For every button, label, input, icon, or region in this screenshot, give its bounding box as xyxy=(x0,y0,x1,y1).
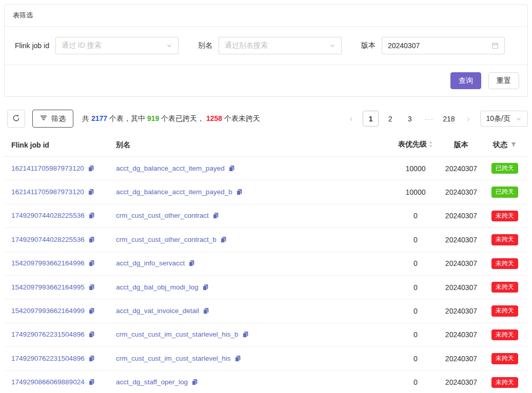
alias-placeholder: 通过别名搜索 xyxy=(225,41,268,50)
column-priority[interactable]: 表优先级 xyxy=(390,134,441,157)
pagination-top: ‹123···218›10条/页 xyxy=(343,111,528,127)
table-row: 1621411705987973120 acct_dg_balance_acct… xyxy=(4,157,528,180)
copy-icon[interactable] xyxy=(188,260,195,268)
reset-button[interactable]: 重置 xyxy=(488,72,519,89)
copy-icon[interactable] xyxy=(88,284,95,292)
toolbar: 筛选 共 2177 个表，其中 919 个表已跨天， 1258 个表未跨天 ‹1… xyxy=(7,110,528,128)
copy-icon[interactable] xyxy=(220,236,227,244)
copy-icon[interactable] xyxy=(203,307,209,316)
uncrossed-count: 1258 xyxy=(206,114,222,122)
version-cell: 20240307 xyxy=(441,204,482,227)
pagination-prev-button[interactable]: ‹ xyxy=(343,111,359,127)
version-date-input-box xyxy=(382,37,505,54)
copy-icon[interactable] xyxy=(212,212,219,220)
flink-job-id-link[interactable]: 1749290762231504896 xyxy=(11,355,85,362)
priority-cell: 0 xyxy=(390,347,441,370)
field-flink-job-id: Flink job id 通过 ID 搜索 xyxy=(15,37,179,54)
status-badge: 未跨天 xyxy=(491,305,518,316)
flink-job-id-link[interactable]: 1749290744028225536 xyxy=(11,236,85,243)
table-row: 1749290866069889024 acct_dg_staff_oper_l… xyxy=(4,370,528,393)
version-date-input[interactable] xyxy=(388,42,480,50)
copy-icon[interactable] xyxy=(228,165,235,173)
copy-icon[interactable] xyxy=(234,355,241,363)
table-row: 1542097993662164999 acct_dg_vat_invoice_… xyxy=(4,299,528,323)
flink-job-id-select[interactable]: 通过 ID 搜索 xyxy=(55,37,179,54)
copy-icon[interactable] xyxy=(236,189,243,197)
page: 表筛选 Flink job id 通过 ID 搜索 别名 通过别名搜索 xyxy=(0,0,532,393)
pagination-ellipsis[interactable]: ··· xyxy=(421,111,437,127)
version-cell: 20240307 xyxy=(441,157,482,180)
copy-icon[interactable] xyxy=(88,307,95,316)
copy-icon[interactable] xyxy=(88,189,94,197)
copy-icon[interactable] xyxy=(88,212,95,220)
pagination-page-2[interactable]: 2 xyxy=(382,111,398,127)
pagination-next-button[interactable]: › xyxy=(461,111,477,127)
status-badge: 未跨天 xyxy=(491,353,518,364)
copy-icon[interactable] xyxy=(88,331,95,339)
table-summary: 共 2177 个表，其中 919 个表已跨天， 1258 个表未跨天 xyxy=(82,114,260,123)
filter-card-title: 表筛选 xyxy=(5,5,527,27)
column-status[interactable]: 状态 xyxy=(482,134,528,157)
alias-link[interactable]: acct_dg_bal_obj_modi_log xyxy=(116,283,199,291)
flink-job-id-link[interactable]: 1621411705987973120 xyxy=(11,188,84,196)
flink-job-id-link[interactable]: 1749290744028225536 xyxy=(11,212,85,219)
priority-cell: 0 xyxy=(390,299,441,323)
alias-link[interactable]: acct_dg_vat_invoice_detail xyxy=(116,307,199,315)
version-cell: 20240307 xyxy=(441,370,482,393)
table-header-row: Flink job id 别名 表优先级 版本 状态 xyxy=(4,134,528,157)
flink-job-id-link[interactable]: 1542097993662164999 xyxy=(11,307,85,315)
priority-cell: 0 xyxy=(390,323,441,346)
copy-icon[interactable] xyxy=(202,284,209,292)
status-badge: 未跨天 xyxy=(491,377,518,388)
filter-funnel-icon[interactable] xyxy=(510,141,517,149)
flink-job-id-link[interactable]: 1749290866069889024 xyxy=(11,378,85,386)
column-version: 版本 xyxy=(441,134,482,157)
table-row: 1542097993662164995 acct_dg_bal_obj_modi… xyxy=(4,275,528,299)
copy-icon[interactable] xyxy=(242,331,249,339)
flink-job-id-link[interactable]: 1621411705987973120 xyxy=(11,164,84,172)
page-size-select[interactable]: 10条/页 xyxy=(480,111,528,127)
chevron-down-icon xyxy=(166,43,172,49)
alias-select[interactable]: 通过别名搜索 xyxy=(219,37,342,54)
filter-toggle-button[interactable]: 筛选 xyxy=(32,110,73,128)
flink-job-id-link[interactable]: 1542097993662164995 xyxy=(11,283,85,291)
copy-icon[interactable] xyxy=(88,355,95,363)
query-button[interactable]: 查询 xyxy=(450,72,481,89)
copy-icon[interactable] xyxy=(88,236,95,244)
alias-link[interactable]: crm_cust_cust_other_contract_b xyxy=(116,236,216,243)
sort-icon[interactable] xyxy=(428,140,433,150)
flink-job-id-link[interactable]: 1749290762231504896 xyxy=(11,330,85,338)
refresh-button[interactable] xyxy=(7,110,25,128)
status-badge: 未跨天 xyxy=(491,282,518,293)
alias-link[interactable]: crm_cust_cust_other_contract xyxy=(116,212,209,219)
alias-link[interactable]: acct_dg_info_servacct xyxy=(116,259,185,267)
pagination-page-1[interactable]: 1 xyxy=(363,111,379,127)
copy-icon[interactable] xyxy=(88,260,95,268)
status-badge: 未跨天 xyxy=(491,211,518,221)
flink-job-id-placeholder: 通过 ID 搜索 xyxy=(62,41,102,50)
page-size-label: 10条/页 xyxy=(486,114,510,123)
alias-link[interactable]: acct_dg_staff_oper_log xyxy=(116,378,188,386)
status-badge: 未跨天 xyxy=(491,329,518,340)
filter-lines-icon xyxy=(40,114,47,123)
copy-icon[interactable] xyxy=(88,165,94,173)
flink-job-id-link[interactable]: 1542097993662164996 xyxy=(11,259,85,267)
priority-cell: 10000 xyxy=(390,157,441,180)
alias-link[interactable]: crm_cust_cust_im_cust_starlevel_his xyxy=(116,355,231,362)
copy-icon[interactable] xyxy=(191,379,198,387)
results-table-wrap: Flink job id 别名 表优先级 版本 状态 1621411705987… xyxy=(4,134,528,393)
table-row: 1749290762231504896 crm_cust_cust_im_cus… xyxy=(4,347,528,370)
priority-cell: 10000 xyxy=(390,180,441,204)
status-badge: 已跨天 xyxy=(491,163,518,174)
total-count: 2177 xyxy=(91,114,107,122)
alias-link[interactable]: acct_dg_balance_acct_item_payed_b xyxy=(116,188,232,196)
version-cell: 20240307 xyxy=(441,299,482,323)
refresh-icon xyxy=(12,114,20,123)
alias-link[interactable]: crm_cust_cust_im_cust_starlevel_his_b xyxy=(116,330,239,338)
pagination-page-3[interactable]: 3 xyxy=(402,111,418,127)
copy-icon[interactable] xyxy=(88,379,95,387)
pagination-page-218[interactable]: 218 xyxy=(441,111,457,127)
calendar-icon[interactable] xyxy=(491,42,499,49)
version-cell: 20240307 xyxy=(441,323,482,346)
alias-link[interactable]: acct_dg_balance_acct_item_payed xyxy=(116,164,225,172)
